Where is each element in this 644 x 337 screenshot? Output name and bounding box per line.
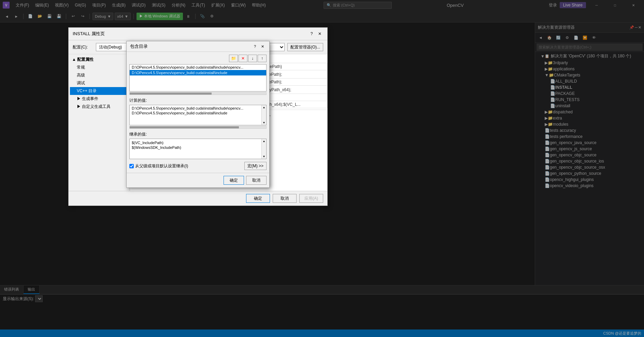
include-dialog-help-button[interactable]: ?: [252, 43, 258, 50]
config-label: 配置(C):: [73, 44, 93, 50]
config-manager-button[interactable]: 配置管理器(O)...: [287, 43, 323, 51]
tree-item-custom-build[interactable]: ▶ 自定义生成工具: [70, 103, 128, 111]
inherit-scroll-down[interactable]: ▼: [263, 155, 266, 158]
tree-item-vcpp-dirs[interactable]: VC++ 目录: [70, 87, 128, 95]
calc-line-0: D:\OPencv4.5.5\opencv\opencv_bulid cuda\…: [132, 106, 264, 111]
inherit-label: 继承的值:: [129, 131, 267, 137]
tree-item-debug[interactable]: 调试: [70, 79, 128, 87]
dialog-apply-button[interactable]: 应用(A): [299, 194, 323, 203]
dialog-tree-panel: ▲ 配置属性 常规 高级 调试 VC++ 目录 ▶ 生成事件 ▶ 自定义生成工具: [69, 54, 130, 191]
include-dialog-title: 包含目录: [130, 43, 148, 50]
include-delete-button[interactable]: ✕: [239, 55, 247, 62]
tree-item-general[interactable]: 常规: [70, 64, 128, 71]
calc-label: 计算的值:: [129, 98, 267, 103]
macro-button[interactable]: 宏(M) >>: [244, 162, 267, 170]
tree-item-advanced[interactable]: 高级: [70, 71, 128, 79]
dialog-close-button[interactable]: ✕: [316, 30, 323, 37]
dialog-title: INSTALL 属性页: [73, 31, 105, 37]
inherit-scroll-up[interactable]: ▲: [263, 140, 266, 143]
inherit-checkbox-row: 从父级或项目默认设置继承(I) 宏(M) >>: [129, 162, 267, 170]
dialog-footer: 确定 取消 应用(A): [69, 191, 327, 206]
include-dialog-buttons: ? ✕: [252, 43, 266, 50]
include-item-1[interactable]: D:\OPencv4.5.5\opencv\opencv_bulid cuda\…: [130, 70, 266, 75]
calc-scroll-up[interactable]: ▲: [263, 106, 266, 109]
calc-line-1: D:\OPencv4.5.5\opencv\opencv_bulid cuda\…: [132, 111, 264, 115]
include-dirs-dialog: 包含目录 ? ✕ 📁 ✕ ↓ ↑ D:\OPencv4.5.5\opencv\o…: [126, 41, 270, 188]
dialog-window-buttons: ? ✕: [308, 30, 323, 37]
include-add-button[interactable]: 📁: [229, 55, 238, 62]
dialog-title-bar: INSTALL 属性页 ? ✕: [69, 28, 327, 40]
include-dialog-close-button[interactable]: ✕: [259, 43, 266, 50]
calc-scroll-down[interactable]: ▼: [263, 121, 266, 124]
inherit-checkbox[interactable]: [129, 164, 134, 168]
inherit-checkbox-label: 从父级或项目默认设置继承(I): [135, 163, 188, 169]
include-list: D:\OPencv4.5.5\opencv\opencv_bulid cuda\…: [129, 64, 267, 92]
dialog-cancel-button[interactable]: 取消: [273, 194, 297, 203]
include-ok-button[interactable]: 确定: [224, 176, 244, 185]
include-dialog-footer: 确定 取消: [127, 173, 269, 187]
include-dialog-body: 📁 ✕ ↓ ↑ D:\OPencv4.5.5\opencv\opencv_bul…: [127, 52, 269, 173]
include-move-up-button[interactable]: ↑: [258, 55, 267, 62]
inherit-line-1: $(WindowsSDK_IncludePath): [132, 145, 264, 150]
dialog-ok-button[interactable]: 确定: [246, 194, 270, 203]
tree-item-config-props[interactable]: ▲ 配置属性: [70, 56, 128, 64]
include-item-0[interactable]: D:\OPencv4.5.5\opencv\opencv_bulid cuda\…: [130, 65, 266, 70]
inherit-section: 继承的值: $(VC_IncludePath) $(WindowsSDK_Inc…: [129, 131, 267, 159]
include-dialog-title-bar: 包含目录 ? ✕: [127, 41, 269, 52]
tree-item-build-events[interactable]: ▶ 生成事件: [70, 95, 128, 103]
include-toolbar: 📁 ✕ ↓ ↑: [129, 55, 267, 62]
inherit-line-0: $(VC_IncludePath): [132, 140, 264, 145]
include-move-down-button[interactable]: ↓: [248, 55, 257, 62]
calc-section: 计算的值: D:\OPencv4.5.5\opencv\opencv_bulid…: [129, 98, 267, 129]
dialog-help-button[interactable]: ?: [308, 30, 315, 37]
include-cancel-button[interactable]: 取消: [246, 176, 267, 185]
